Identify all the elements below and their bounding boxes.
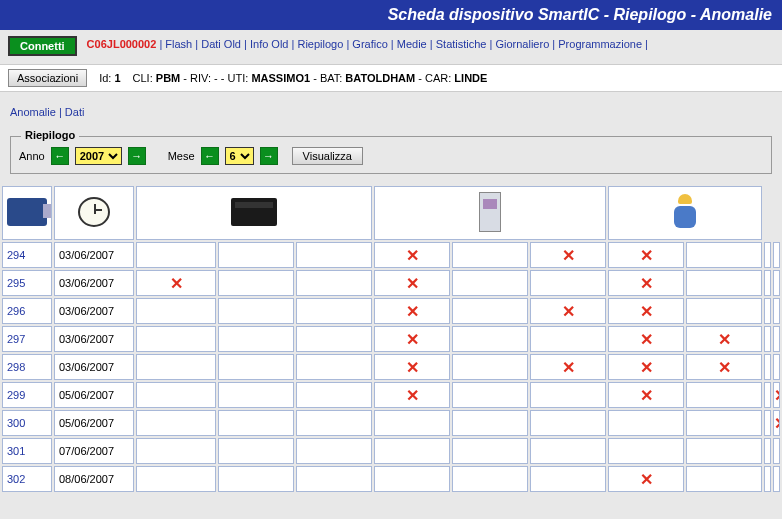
year-label: Anno	[19, 150, 45, 162]
mark-cell	[136, 382, 216, 408]
x-mark-icon: ✕	[406, 387, 419, 404]
col-header	[136, 186, 372, 240]
row-id-link[interactable]: 297	[3, 333, 51, 345]
row-id-cell: 301	[2, 438, 52, 464]
row-id-cell: 302	[2, 466, 52, 492]
mark-cell	[764, 298, 771, 324]
uti-label: - UTI:	[221, 72, 249, 84]
mark-cell	[296, 466, 372, 492]
row-date-cell: 03/06/2007	[54, 298, 134, 324]
row-id-link[interactable]: 301	[3, 445, 51, 457]
x-mark-icon: ✕	[640, 359, 653, 376]
mark-cell	[136, 466, 216, 492]
nav-link-medie[interactable]: Medie	[397, 38, 427, 50]
table-row: 29403/06/2007✕✕✕	[2, 242, 780, 268]
row-id-link[interactable]: 296	[3, 305, 51, 317]
mark-cell	[530, 466, 606, 492]
mark-cell	[764, 466, 771, 492]
mark-cell	[136, 354, 216, 380]
row-id-cell: 297	[2, 326, 52, 352]
month-label: Mese	[168, 150, 195, 162]
x-mark-icon: ✕	[562, 359, 575, 376]
mark-cell	[452, 410, 528, 436]
mark-cell	[452, 382, 528, 408]
mark-cell	[218, 382, 294, 408]
nav-link-grafico[interactable]: Grafico	[352, 38, 387, 50]
x-mark-icon: ✕	[170, 275, 183, 292]
x-mark-icon: ✕	[406, 331, 419, 348]
nav-link-flash[interactable]: Flash	[165, 38, 192, 50]
mark-cell	[686, 270, 762, 296]
bat-value: BATOLDHAM	[345, 72, 415, 84]
month-next-button[interactable]: →	[260, 147, 278, 165]
mark-cell	[136, 298, 216, 324]
table-row: 29503/06/2007✕✕✕	[2, 270, 780, 296]
row-id-link[interactable]: 299	[3, 389, 51, 401]
mark-cell	[218, 410, 294, 436]
year-select[interactable]: 2007	[75, 147, 122, 165]
mark-cell: ✕	[374, 382, 450, 408]
connect-button[interactable]: Connetti	[8, 36, 77, 56]
mark-cell	[136, 438, 216, 464]
mark-cell: ✕	[608, 466, 684, 492]
subnav-dati[interactable]: Dati	[65, 106, 85, 118]
month-prev-button[interactable]: ←	[201, 147, 219, 165]
row-date-cell: 05/06/2007	[54, 382, 134, 408]
mark-cell	[374, 466, 450, 492]
mark-cell	[530, 410, 606, 436]
nav-link-info-old[interactable]: Info Old	[250, 38, 289, 50]
page-title: Scheda dispositivo SmartIC - Riepilogo -…	[0, 0, 782, 30]
nav-link-giornaliero[interactable]: Giornaliero	[495, 38, 549, 50]
mark-cell	[773, 438, 780, 464]
riv-label: - RIV:	[183, 72, 211, 84]
device-code: C06JL000002	[87, 38, 157, 50]
row-id-link[interactable]: 294	[3, 249, 51, 261]
row-id-cell: 294	[2, 242, 52, 268]
row-id-link[interactable]: 302	[3, 473, 51, 485]
mark-cell: ✕	[773, 410, 780, 436]
nav-links: C06JL000002 | Flash | Dati Old | Info Ol…	[87, 36, 648, 52]
x-mark-icon: ✕	[640, 303, 653, 320]
mark-cell	[773, 326, 780, 352]
mark-cell	[530, 326, 606, 352]
mark-cell	[218, 298, 294, 324]
nav-link-programmazione[interactable]: Programmazione	[558, 38, 642, 50]
mark-cell	[764, 270, 771, 296]
row-id-link[interactable]: 295	[3, 277, 51, 289]
nav-link-dati-old[interactable]: Dati Old	[201, 38, 241, 50]
mark-cell: ✕	[530, 298, 606, 324]
info-bar: Associazioni Id: 1 CLI: PBM - RIV: - - U…	[0, 64, 782, 92]
mark-cell	[686, 410, 762, 436]
mark-cell	[773, 466, 780, 492]
month-select[interactable]: 6	[225, 147, 254, 165]
x-mark-icon: ✕	[774, 387, 780, 404]
mark-cell	[764, 382, 771, 408]
year-next-button[interactable]: →	[128, 147, 146, 165]
subnav-anomalie[interactable]: Anomalie	[10, 106, 56, 118]
row-date-cell: 03/06/2007	[54, 354, 134, 380]
mark-cell	[686, 438, 762, 464]
mark-cell	[452, 438, 528, 464]
row-id-link[interactable]: 298	[3, 361, 51, 373]
cabinet-icon	[479, 192, 501, 232]
battery-icon	[231, 198, 277, 226]
mark-cell: ✕	[374, 270, 450, 296]
id-value: 1	[114, 72, 120, 84]
mark-cell: ✕	[608, 354, 684, 380]
associazioni-button[interactable]: Associazioni	[8, 69, 87, 87]
mark-cell	[296, 354, 372, 380]
year-prev-button[interactable]: ←	[51, 147, 69, 165]
anomalie-table: 29403/06/2007✕✕✕29503/06/2007✕✕✕29603/06…	[0, 184, 782, 494]
x-mark-icon: ✕	[640, 471, 653, 488]
visualizza-button[interactable]: Visualizza	[292, 147, 363, 165]
row-id-link[interactable]: 300	[3, 417, 51, 429]
table-row: 30208/06/2007✕	[2, 466, 780, 492]
table-row: 30005/06/2007✕	[2, 410, 780, 436]
mark-cell: ✕	[136, 270, 216, 296]
col-header	[2, 186, 52, 240]
nav-link-riepilogo[interactable]: Riepilogo	[297, 38, 343, 50]
mark-cell: ✕	[530, 354, 606, 380]
nav-link-statistiche[interactable]: Statistiche	[436, 38, 487, 50]
mark-cell	[764, 410, 771, 436]
mark-cell: ✕	[686, 354, 762, 380]
